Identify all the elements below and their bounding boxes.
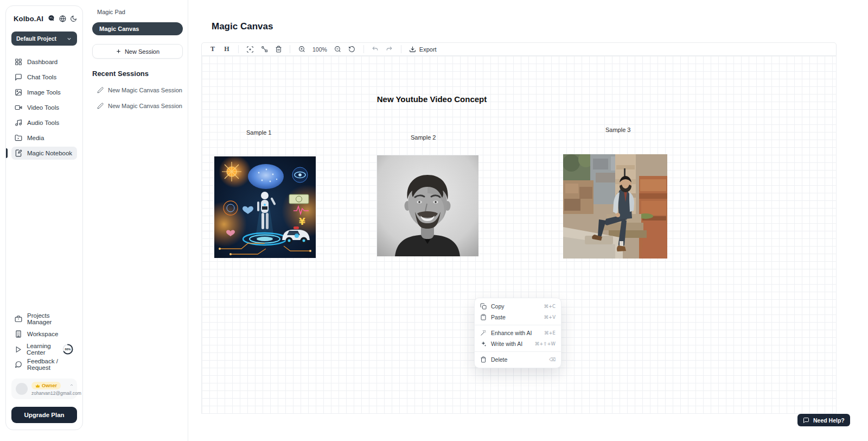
svg-text:¥: ¥ <box>299 216 305 227</box>
need-help-label: Need Help? <box>813 417 845 424</box>
session-item[interactable]: New Magic Canvas Session <box>97 87 182 93</box>
ai-select-button[interactable] <box>244 44 256 54</box>
sidebar-item-audio-tools[interactable]: Audio Tools <box>11 116 77 129</box>
pencil-icon <box>97 103 104 109</box>
sidebar-item-workspace[interactable]: Workspace <box>11 327 77 341</box>
canvas-image-portrait[interactable] <box>377 155 478 256</box>
chevron-up-icon <box>69 383 74 387</box>
sidebar: Kolbo.AI Default Project Dashboard Chat … <box>5 5 83 430</box>
context-menu-shortcut: ⌫ <box>549 357 556 362</box>
session-item[interactable]: New Magic Canvas Session <box>97 103 182 109</box>
text-tool-button[interactable]: T <box>207 44 219 54</box>
sidebar-item-video-tools[interactable]: Video Tools <box>11 101 77 114</box>
feedback-bubble-icon <box>15 361 22 368</box>
sample-label[interactable]: Sample 2 <box>411 134 436 141</box>
plus-icon <box>116 48 122 54</box>
text-tool-glyph: T <box>210 45 215 53</box>
sidebar-item-label: Dashboard <box>27 59 58 65</box>
user-info: Owner zoharvan12@gmail.com <box>31 382 73 396</box>
sidebar-item-media[interactable]: Media <box>11 131 77 144</box>
context-menu-shortcut: ⌘+E <box>544 330 556 336</box>
rotate-reset-icon <box>348 46 355 53</box>
download-icon <box>409 46 416 53</box>
reset-view-button[interactable] <box>346 44 358 54</box>
sidebar-item-label: Chat Tools <box>27 74 56 80</box>
user-card[interactable]: Owner zoharvan12@gmail.com <box>11 379 77 399</box>
undo-button[interactable] <box>369 44 381 54</box>
delete-tool-button[interactable] <box>272 44 284 54</box>
connector-tool-button[interactable] <box>258 44 270 54</box>
tab-magic-canvas[interactable]: Magic Canvas <box>92 22 183 35</box>
trash-icon <box>275 46 282 53</box>
context-menu-shortcut: ⌘+⇧+W <box>535 341 556 346</box>
project-selector[interactable]: Default Project <box>11 32 77 46</box>
sidebar-item-label: Projects Manager <box>27 312 74 325</box>
sidebar-item-label: Image Tools <box>27 89 61 96</box>
sidebar-item-dashboard[interactable]: Dashboard <box>11 55 77 68</box>
context-menu: Copy ⌘+C Paste ⌘+V Enhance with AI ⌘+E W… <box>474 298 561 368</box>
zoom-level: 100% <box>310 46 330 53</box>
new-session-button[interactable]: New Session <box>92 44 183 59</box>
toolbar-separator <box>238 45 239 53</box>
board-title[interactable]: New Youtube Video Concept <box>375 94 489 104</box>
zoom-out-icon <box>334 46 341 53</box>
dark-mode-moon-icon[interactable] <box>70 15 77 22</box>
canvas-image-man-on-ruins[interactable] <box>563 154 667 259</box>
sidebar-item-label: Learning Center <box>27 343 56 356</box>
zoom-in-icon <box>298 46 305 53</box>
crown-icon <box>35 383 40 388</box>
brain-logo-icon <box>47 15 55 23</box>
context-menu-label: Enhance with AI <box>491 330 532 336</box>
need-help-button[interactable]: Need Help? <box>797 414 850 426</box>
toolbar-separator <box>290 45 290 53</box>
globe-icon[interactable] <box>59 15 66 22</box>
sample-label[interactable]: Sample 3 <box>605 127 630 133</box>
sidebar-item-label: Audio Tools <box>27 119 59 126</box>
sample-label[interactable]: Sample 1 <box>246 129 271 136</box>
context-menu-divider <box>475 325 561 325</box>
zoom-out-button[interactable] <box>332 44 344 54</box>
tool-group-label: Magic Pad <box>97 9 182 15</box>
upgrade-plan-button[interactable]: Upgrade Plan <box>11 407 77 423</box>
sidebar-item-magic-notebook[interactable]: Magic Notebook <box>11 147 77 160</box>
recent-sessions-title: Recent Sessions <box>92 70 182 78</box>
export-button[interactable]: Export <box>407 46 439 53</box>
learning-progress-ring: 66% <box>62 343 74 355</box>
learning-progress-value: 66% <box>62 343 74 355</box>
redo-button[interactable] <box>384 44 395 54</box>
zoom-in-button[interactable] <box>296 44 308 54</box>
heading-tool-button[interactable]: H <box>221 44 233 54</box>
context-menu-shortcut: ⌘+V <box>544 314 556 320</box>
context-menu-label: Copy <box>491 303 505 310</box>
new-session-label: New Session <box>125 48 159 55</box>
session-item-label: New Magic Canvas Session <box>108 103 182 109</box>
sidebar-item-image-tools[interactable]: Image Tools <box>11 86 77 99</box>
sidebar-item-learning-center[interactable]: Learning Center 66% <box>11 343 77 356</box>
video-icon <box>15 104 22 111</box>
canvas-toolbar: T H 100% Export <box>201 42 837 56</box>
context-menu-divider <box>475 351 561 352</box>
pencil-icon <box>97 87 104 93</box>
magic-canvas-board[interactable]: New Youtube Video Concept Sample 1 Sampl… <box>201 56 837 414</box>
context-menu-enhance-with-ai[interactable]: Enhance with AI ⌘+E <box>475 327 561 338</box>
sidebar-item-label: Workspace <box>27 331 58 337</box>
sidebar-item-projects-manager[interactable]: Projects Manager <box>11 312 77 325</box>
canvas-image-ai-concept[interactable]: ¥ <box>214 156 316 258</box>
dashboard-icon <box>15 58 22 66</box>
heading-tool-glyph: H <box>224 45 229 53</box>
redo-icon <box>386 46 393 53</box>
owner-badge: Owner <box>31 382 61 389</box>
toolbar-separator <box>363 45 364 53</box>
context-menu-delete[interactable]: Delete ⌫ <box>475 354 561 365</box>
sidebar-item-feedback-request[interactable]: Feedback / Request <box>11 358 77 371</box>
export-label: Export <box>419 46 437 53</box>
sparkles-icon <box>480 341 487 347</box>
context-menu-write-with-ai[interactable]: Write with AI ⌘+⇧+W <box>475 338 561 349</box>
sidebar-item-label: Video Tools <box>27 104 59 111</box>
logo-row: Kolbo.AI <box>11 14 77 23</box>
sidebar-item-chat-tools[interactable]: Chat Tools <box>11 71 77 84</box>
context-menu-copy[interactable]: Copy ⌘+C <box>475 301 561 312</box>
context-menu-paste[interactable]: Paste ⌘+V <box>475 312 561 323</box>
page-title: Magic Canvas <box>212 21 273 32</box>
briefcase-icon <box>15 315 22 323</box>
